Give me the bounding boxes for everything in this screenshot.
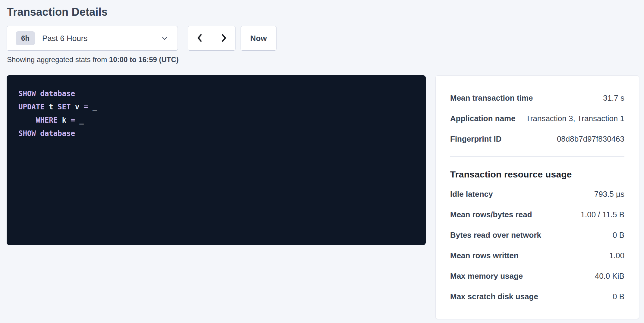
sql-token: = — [84, 103, 88, 111]
sql-line: SHOW database — [18, 127, 417, 140]
prev-time-button[interactable] — [188, 26, 212, 50]
stat-label: Bytes read over network — [450, 230, 541, 240]
sql-token: _ — [75, 116, 84, 124]
stat-label: Idle latency — [450, 190, 493, 199]
details-card: Mean transaction time31.7 sApplication n… — [435, 75, 639, 319]
stat-value: 1.00 / 11.5 B — [580, 210, 624, 219]
stat-row: Fingerprint ID08d8b7d97f830463 — [450, 129, 624, 149]
stat-row: Max scratch disk usage0 B — [450, 286, 624, 307]
stat-row: Mean transaction time31.7 s — [450, 88, 624, 108]
stats-note-prefix: Showing aggregated stats from — [7, 55, 109, 64]
stats-note: Showing aggregated stats from 10:00 to 1… — [7, 55, 639, 64]
sql-token: t — [45, 103, 58, 111]
sql-token: database — [40, 89, 75, 98]
resource-usage-heading: Transaction resource usage — [450, 169, 624, 180]
summary-rows: Mean transaction time31.7 sApplication n… — [450, 88, 624, 149]
sql-statement-box: SHOW databaseUPDATE t SET v = _ WHERE k … — [7, 75, 426, 245]
sql-token: database — [40, 129, 75, 138]
sql-token: SET — [58, 103, 71, 111]
stat-row: Application nameTransaction 3, Transacti… — [450, 108, 624, 129]
stats-note-range: 10:00 to 16:59 (UTC) — [109, 55, 179, 64]
sql-token: SHOW — [18, 89, 36, 98]
stat-row: Mean rows/bytes read1.00 / 11.5 B — [450, 204, 624, 225]
stat-label: Mean rows written — [450, 251, 519, 260]
sql-token — [18, 116, 36, 124]
stat-label: Max memory usage — [450, 271, 523, 281]
stat-value: 0 B — [613, 230, 624, 240]
sql-line: WHERE k = _ — [18, 114, 417, 127]
sql-line: SHOW database — [18, 87, 417, 100]
sql-token: _ — [88, 103, 97, 111]
stat-row: Mean rows written1.00 — [450, 245, 624, 266]
stat-label: Mean transaction time — [450, 93, 533, 103]
stat-row: Max memory usage40.0 KiB — [450, 266, 624, 286]
stat-label: Max scratch disk usage — [450, 292, 538, 301]
sql-line: UPDATE t SET v = _ — [18, 100, 417, 114]
stat-value: 1.00 — [609, 251, 624, 260]
time-controls-toolbar: 6h Past 6 Hours Now — [7, 26, 639, 51]
stat-value: 31.7 s — [603, 93, 624, 103]
sql-token: k — [58, 116, 71, 124]
card-divider — [450, 156, 624, 157]
stat-row: Bytes read over network0 B — [450, 225, 624, 245]
sql-token: = — [71, 116, 75, 124]
main-content: SHOW databaseUPDATE t SET v = _ WHERE k … — [7, 75, 639, 319]
time-range-dropdown[interactable]: 6h Past 6 Hours — [7, 26, 178, 51]
stat-label: Fingerprint ID — [450, 134, 501, 144]
stat-value: 08d8b7d97f830463 — [557, 134, 624, 144]
sql-token — [36, 89, 40, 98]
chevron-right-icon — [219, 33, 229, 44]
page-title: Transaction Details — [7, 5, 639, 19]
chevron-left-icon — [195, 33, 205, 44]
stat-value: 793.5 µs — [594, 190, 624, 199]
sql-token: SHOW — [18, 129, 36, 138]
time-range-badge: 6h — [16, 31, 35, 45]
stat-label: Application name — [450, 114, 516, 123]
time-nav-button-group — [188, 26, 235, 51]
stat-value: Transaction 3, Transaction 1 — [526, 114, 624, 123]
now-button[interactable]: Now — [241, 26, 276, 51]
stat-value: 0 B — [613, 292, 624, 301]
sql-token: UPDATE — [18, 103, 45, 111]
sql-token — [36, 129, 40, 138]
transaction-details-page: Transaction Details 6h Past 6 Hours Now … — [0, 0, 644, 323]
chevron-down-icon — [161, 34, 169, 42]
stat-value: 40.0 KiB — [595, 271, 624, 281]
time-range-label: Past 6 Hours — [42, 34, 87, 43]
next-time-button[interactable] — [212, 26, 235, 50]
sql-token: WHERE — [36, 116, 58, 124]
usage-rows: Idle latency793.5 µsMean rows/bytes read… — [450, 184, 624, 307]
stat-row: Idle latency793.5 µs — [450, 184, 624, 204]
sql-token: v — [71, 103, 84, 111]
stat-label: Mean rows/bytes read — [450, 210, 532, 219]
